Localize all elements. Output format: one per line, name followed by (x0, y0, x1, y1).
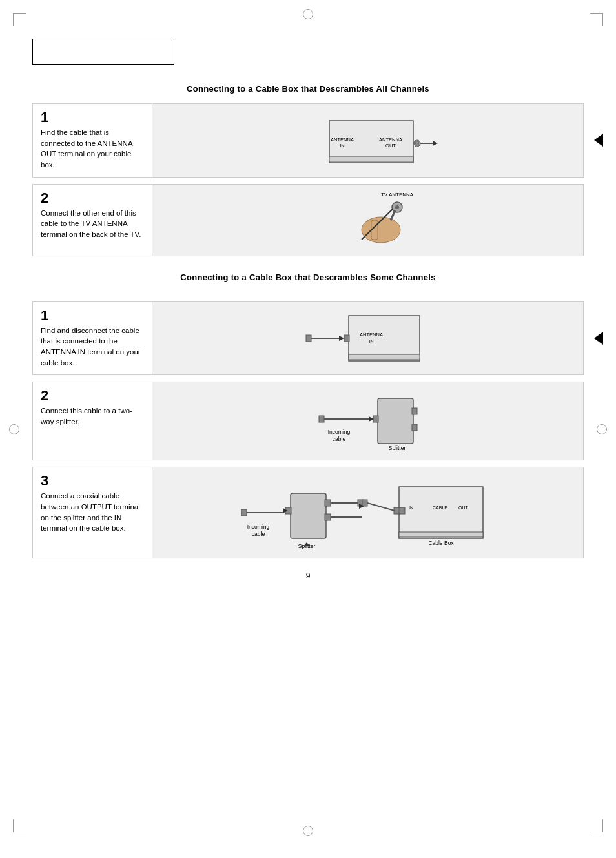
corner-mark-br (590, 819, 603, 832)
section2-step3: 3 Connect a coaxial cable between an OUT… (32, 467, 584, 558)
side-mark-right (597, 424, 607, 434)
svg-rect-36 (241, 509, 247, 516)
step1-s2-arrow (594, 332, 603, 345)
section1-step1-text: 1 Find the cable that is connected to th… (33, 104, 152, 177)
svg-rect-26 (373, 416, 378, 422)
section2-step2-diagram: Incoming cable Splitter (152, 382, 583, 460)
page-number: 9 (32, 571, 584, 580)
section1-step1: 1 Find the cable that is connected to th… (32, 103, 584, 178)
svg-rect-6 (415, 141, 419, 145)
diagram-svg-3: ANTENNA IN (297, 303, 439, 374)
section1-step1-diagram: ANTENNA IN ANTENNA OUT (152, 104, 583, 177)
section1-step2-text: 2 Connect the other end of this cable to… (33, 185, 152, 256)
svg-text:Incoming: Incoming (327, 429, 350, 435)
svg-rect-20 (344, 335, 349, 342)
section2-step2-text: 2 Connect this cable to a two-way splitt… (33, 382, 152, 460)
section1-title: Connecting to a Cable Box that Descrambl… (32, 84, 584, 94)
svg-rect-25 (378, 398, 413, 444)
section2-step2: 2 Connect this cable to a two-way splitt… (32, 382, 584, 460)
svg-marker-8 (433, 141, 438, 146)
svg-rect-22 (306, 335, 311, 342)
step-number: 1 (41, 110, 144, 125)
svg-rect-37 (291, 493, 326, 538)
step-number: 1 (41, 309, 144, 323)
section1-step2-diagram: TV ANTENNA (152, 185, 583, 256)
svg-text:TV ANTENNA: TV ANTENNA (380, 192, 413, 198)
svg-point-12 (395, 205, 399, 209)
svg-text:Incoming: Incoming (247, 524, 269, 530)
step-number: 2 (41, 191, 144, 205)
diagram-svg-2: TV ANTENNA (297, 185, 439, 256)
section2-title: Connecting to a Cable Box that Descrambl… (32, 272, 584, 282)
svg-rect-52 (399, 507, 405, 514)
svg-text:IN: IN (409, 506, 413, 510)
corner-mark-bl (13, 819, 26, 832)
side-mark-left (9, 424, 19, 434)
svg-line-15 (391, 210, 395, 220)
section2-step1-diagram: ANTENNA IN (152, 302, 583, 375)
corner-mark-tr (590, 13, 603, 26)
svg-rect-40 (325, 500, 331, 506)
step-number: 2 (41, 389, 144, 403)
section1-step2: 2 Connect the other end of this cable to… (32, 184, 584, 256)
header-box (32, 39, 174, 65)
diagram-svg-5: IN CABLE OUT Incoming ca (232, 467, 504, 558)
svg-rect-45 (362, 500, 367, 506)
section1: Connecting to a Cable Box that Descrambl… (32, 84, 584, 256)
svg-rect-27 (412, 408, 417, 414)
svg-rect-54 (399, 532, 483, 537)
svg-rect-28 (412, 424, 417, 431)
svg-rect-41 (325, 514, 331, 520)
svg-text:OUT: OUT (385, 143, 396, 148)
svg-text:ANTENNA: ANTENNA (379, 137, 402, 143)
section2-step3-text: 3 Connect a coaxial cable between an OUT… (33, 467, 152, 558)
section2-step1-text: 1 Find and disconnect the cable that is … (33, 302, 152, 375)
svg-text:ANTENNA: ANTENNA (331, 137, 354, 143)
svg-line-53 (367, 503, 395, 511)
svg-marker-23 (339, 336, 344, 341)
corner-mark-tl (13, 13, 26, 26)
svg-rect-24 (349, 354, 420, 360)
section2: Connecting to a Cable Box that Descrambl… (32, 272, 584, 559)
svg-text:Splitter: Splitter (388, 445, 406, 451)
svg-text:Cable  Box: Cable Box (428, 540, 454, 546)
center-mark-bottom (303, 826, 313, 836)
svg-text:IN: IN (369, 338, 374, 344)
svg-rect-30 (319, 416, 324, 422)
svg-text:OUT: OUT (458, 506, 469, 510)
section2-step3-diagram: IN CABLE OUT Incoming ca (152, 467, 583, 558)
diagram-svg-4: Incoming cable Splitter (297, 382, 439, 460)
section2-step1: 1 Find and disconnect the cable that is … (32, 301, 584, 376)
svg-text:cable: cable (251, 531, 265, 537)
svg-text:IN: IN (340, 143, 345, 148)
diagram-svg-1: ANTENNA IN ANTENNA OUT (297, 108, 439, 172)
center-mark-top (303, 9, 313, 19)
svg-rect-9 (329, 156, 413, 161)
step1-arrow (594, 134, 603, 147)
svg-text:CABLE: CABLE (433, 506, 447, 510)
step-number: 3 (41, 474, 144, 488)
svg-text:ANTENNA: ANTENNA (360, 332, 383, 338)
svg-text:cable: cable (332, 436, 345, 442)
svg-rect-47 (399, 487, 483, 538)
